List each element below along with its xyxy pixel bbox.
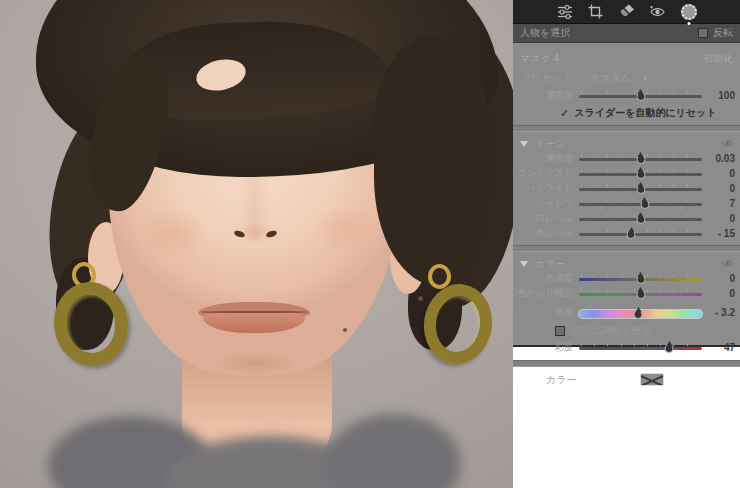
hue-label: 色相 [513,306,573,319]
preset-dropdown-icon[interactable]: ▲▼ [643,75,648,81]
shadows-slider-thumb[interactable] [640,200,649,209]
fine-adjustment-checkbox[interactable] [555,326,565,336]
portrait-fur-collar [326,414,461,488]
shadows-value[interactable]: 7 [702,198,740,209]
whites-slider-thumb[interactable] [636,215,645,224]
exposure-slider[interactable] [579,152,702,165]
tool-strip [513,0,740,24]
temperature-label: 色温度 [513,272,573,285]
highlights-label: ハイライト [513,182,573,195]
tone-section-header[interactable]: トーン [513,136,740,151]
eye-icon[interactable] [721,139,734,148]
temperature-slider-thumb[interactable] [636,275,645,284]
portrait-mole [343,328,347,332]
highlights-row: ハイライト 0 [513,181,740,196]
saturation-row: 彩度 47 [513,339,740,356]
select-subject-bar: 人物を選択 反転 [513,24,740,43]
masking-icon[interactable] [680,3,698,21]
tint-value[interactable]: 0 [702,288,740,299]
select-subject-label: 人物を選択 [520,26,570,40]
portrait-cheek-right [312,204,382,256]
whites-value[interactable]: 0 [702,213,740,224]
fine-adjustment-row[interactable]: 細部の調整を使用 [513,323,740,339]
portrait-mouth-line [200,311,308,313]
photo-canvas[interactable] [0,0,513,488]
hue-slider[interactable] [579,306,702,319]
active-tool-dot [687,22,690,25]
color-section-header[interactable]: カラー [513,256,740,271]
temperature-value[interactable]: 0 [702,273,740,284]
contrast-slider[interactable] [579,167,702,180]
blacks-value[interactable]: - 15 [702,228,740,239]
fine-adjustment-label: 細部の調整を使用 [571,324,651,338]
amount-slider-thumb[interactable] [636,92,645,101]
whites-label: 白レベル [513,212,573,225]
highlights-value[interactable]: 0 [702,183,740,194]
exposure-value[interactable]: 0.03 [702,153,740,164]
saturation-value[interactable]: 47 [702,342,740,353]
highlights-slider[interactable] [579,182,702,195]
invert-label: 反転 [713,26,733,40]
mask-title: マスク 4 [520,52,559,66]
contrast-label: コントラスト [513,167,573,180]
crop-icon[interactable] [587,3,605,21]
saturation-label: 彩度 [513,341,573,354]
shadows-row: シャドウ 7 [513,196,740,211]
shadows-slider[interactable] [579,197,702,210]
section-divider [513,245,740,252]
masking-panel: 人物を選択 反転 マスク 4 初期化 プリセット : カスタム ▲▼ [513,0,740,347]
red-eye-icon[interactable] [649,3,667,21]
shadows-label: シャドウ [513,197,573,210]
blacks-slider[interactable] [579,227,702,240]
portrait-cheek-left [138,208,208,260]
tint-label: 色かぶり補正 [513,287,573,300]
eye-icon[interactable] [721,259,734,268]
preset-label: プリセット : [521,71,578,85]
amount-row: 適用量 100 [513,86,740,105]
blacks-label: 黒レベル [513,227,573,240]
portrait-hair-side-right [374,36,492,286]
saturation-slider[interactable] [579,341,702,354]
contrast-value[interactable]: 0 [702,168,740,179]
collapse-triangle-icon [520,141,528,147]
auto-reset-row[interactable]: ✓ スライダーを自動的にリセット [513,105,740,121]
none-color-swatch-icon[interactable] [640,373,664,386]
invert-checkbox[interactable] [698,28,708,38]
healing-eraser-icon[interactable] [618,3,636,21]
color-title: カラー [535,257,721,271]
section-divider [513,125,740,132]
tint-slider[interactable] [579,287,702,300]
whites-slider[interactable] [579,212,702,225]
saturation-slider-thumb[interactable] [665,344,674,353]
reset-button[interactable]: 初期化 [703,52,733,66]
hue-row: 色相 - 3.2 [513,301,740,323]
amount-slider[interactable] [579,89,702,102]
temperature-row: 色温度 0 [513,271,740,286]
tint-slider-thumb[interactable] [636,290,645,299]
auto-reset-label: スライダーを自動的にリセット [574,106,716,120]
highlights-slider-thumb[interactable] [636,185,645,194]
contrast-row: コントラスト 0 [513,166,740,181]
temperature-slider[interactable] [579,272,702,285]
tone-title: トーン [535,137,721,151]
exposure-row: 露光量 0.03 [513,151,740,166]
exposure-label: 露光量 [513,152,573,165]
blacks-slider-thumb[interactable] [627,230,636,239]
contrast-slider-thumb[interactable] [636,170,645,179]
preset-value-dropdown[interactable]: カスタム [590,71,631,85]
check-icon: ✓ [560,107,569,120]
lightroom-window: 人物を選択 反転 マスク 4 初期化 プリセット : カスタム ▲▼ [0,0,740,488]
amount-value[interactable]: 100 [702,90,740,101]
edit-sliders-icon[interactable] [556,3,574,21]
exposure-slider-thumb[interactable] [636,155,645,164]
portrait-mole [418,296,423,301]
tint-row: 色かぶり補正 0 [513,286,740,301]
blacks-row: 黒レベル - 15 [513,226,740,241]
collapse-triangle-icon [520,261,528,267]
section-divider [513,360,740,367]
color-swatch-row: カラー [513,371,740,388]
whites-row: 白レベル 0 [513,211,740,226]
portrait-chin-shadow [212,352,298,374]
hue-slider-thumb[interactable] [634,310,643,319]
hue-value[interactable]: - 3.2 [702,307,740,318]
